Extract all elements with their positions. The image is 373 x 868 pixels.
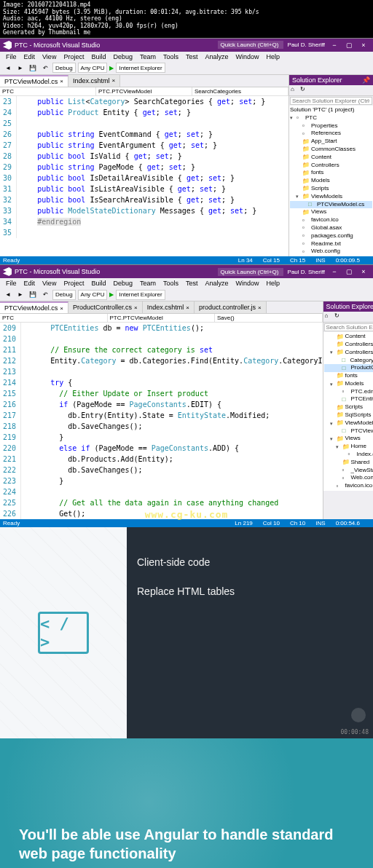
tree-item-fonts[interactable]: 📁fonts [324,372,373,380]
save-icon[interactable]: 💾 [28,290,38,300]
se-search-input[interactable] [324,323,373,331]
menu-view[interactable]: View [39,279,60,288]
tree-item-favicon-ico[interactable]: ▫favicon.ico [324,482,373,490]
se-home-icon[interactable]: ⌂ [291,86,299,95]
minimize-button[interactable]: − [328,268,341,275]
tree-item-scripts[interactable]: 📁Scripts [324,403,373,411]
menu-debug[interactable]: Debug [109,52,136,61]
tree-item-ptcviewmodel-cs[interactable]: □PTCViewModel.cs [324,427,373,435]
fwd-icon[interactable]: ► [15,290,25,300]
platform-combo[interactable]: Any CPU [78,63,108,73]
play-icon[interactable]: ▶ [109,65,114,71]
user-name[interactable]: Paul D. Sheriff [288,42,325,48]
menu-debug[interactable]: Debug [109,279,136,288]
menu-edit[interactable]: Edit [20,52,39,61]
run-target[interactable]: Internet Explorer [116,63,165,73]
tab-ptcviewmodel-cs[interactable]: PTCViewModel.cs× [0,301,68,313]
play-icon[interactable]: ▶ [109,291,114,298]
tree-item-readme-txt[interactable]: ▫Readme.txt [290,240,372,248]
tree-item-controllers-api[interactable]: ▾📁Controllers-Api [324,349,373,357]
config-combo[interactable]: Debug [52,63,76,73]
user-name[interactable]: Paul D. Sheriff [288,269,325,275]
se-search-input[interactable] [290,97,372,105]
menu-help[interactable]: Help [263,52,284,61]
menu-test[interactable]: Test [182,52,202,61]
tree-item-web-config[interactable]: ▫Web.config [324,474,373,482]
tab-close-icon[interactable]: × [258,304,262,311]
tree-item-controllers[interactable]: 📁Controllers [290,162,372,170]
menu-analyze[interactable]: Analyze [202,52,232,61]
tree-item-categorycontroller-cs[interactable]: □CategoryController.cs [324,357,373,365]
tree-item-sqlscripts[interactable]: 📁SqlScripts [324,411,373,419]
tab-close-icon[interactable]: × [112,77,116,84]
tree-item-ptc[interactable]: ▾▫PTC [290,114,372,122]
platform-combo[interactable]: Any CPU [78,290,108,300]
tree-item-favicon-ico[interactable]: ▫favicon.ico [290,216,372,224]
close-button[interactable]: × [357,42,370,49]
tree-item-models[interactable]: 📁Models [290,177,372,185]
menu-build[interactable]: Build [87,279,109,288]
tree-item-views[interactable]: 📁Views [290,208,372,216]
tree-item-commonclasses[interactable]: 📁CommonClasses [290,146,372,154]
tab-product-controller-js[interactable]: product.controller.js× [195,301,267,313]
tree-item-packages-config[interactable]: ▫packages.config [290,232,372,240]
tree-item-ptcviewmodel-cs[interactable]: □PTCViewModel.cs [290,201,372,209]
code-area[interactable]: 2092102112122132142152162172182192202212… [0,323,323,519]
menu-build[interactable]: Build [87,52,109,61]
menu-project[interactable]: Project [60,279,87,288]
nav-project[interactable]: PTC [0,314,108,322]
tree-item-fonts[interactable]: 📁fonts [290,169,372,177]
quick-launch-input[interactable]: Quick Launch (Ctrl+Q) [218,268,283,276]
undo-icon[interactable]: ↶ [40,63,50,73]
undo-icon[interactable]: ↶ [40,290,50,300]
tree-item-home[interactable]: ▾📁Home [324,443,373,451]
tree-item-shared[interactable]: 📁Shared [324,459,373,467]
tab-productcontroller-cs[interactable]: ProductController.cs× [68,301,143,313]
menu-view[interactable]: View [39,52,60,61]
fwd-icon[interactable]: ► [15,63,25,73]
menu-file[interactable]: File [2,52,20,61]
close-button[interactable]: × [357,268,370,275]
solution-tree[interactable]: 📁Content📁Controllers▾📁Controllers-Api□Ca… [323,332,373,491]
save-icon[interactable]: 💾 [28,63,38,73]
back-icon[interactable]: ◄ [3,290,13,300]
nav-member[interactable]: Save() [215,314,323,322]
tab-close-icon[interactable]: × [60,78,63,84]
se-home-icon[interactable]: ⌂ [325,312,334,321]
nav-class[interactable]: PTC.PTCViewModel [108,314,216,322]
minimize-button[interactable]: − [328,42,341,49]
back-icon[interactable]: ◄ [3,63,13,73]
menu-help[interactable]: Help [263,279,284,288]
quick-launch-input[interactable]: Quick Launch (Ctrl+Q) [218,41,283,49]
tree-item-ptc-edmx[interactable]: ▫PTC.edmx [324,388,373,396]
tree-item-web-config[interactable]: ▫Web.config [290,248,372,256]
code-area[interactable]: 23242526272829303132333435 public List<C… [0,96,288,238]
nav-project[interactable]: PTC [0,87,96,95]
menu-test[interactable]: Test [182,279,202,288]
solution-root[interactable]: Solution 'PTC' (1 project) [290,106,372,114]
tree-item-references[interactable]: ▫References [290,130,372,138]
tab-close-icon[interactable]: × [60,305,63,312]
menu-team[interactable]: Team [136,52,160,61]
tree-item-productcontroller-cs[interactable]: □ProductController.cs [324,364,373,372]
tree-item-viewmodels[interactable]: ▾📁ViewModels [290,193,372,201]
se-refresh-icon[interactable]: ↻ [334,312,343,321]
tree-item-_viewstart-cshtml[interactable]: ▫_ViewStart.cshtml [324,467,373,475]
tree-item-global-asax[interactable]: ▫Global.asax [290,224,372,232]
se-pin-icon[interactable]: 📌 [362,76,370,84]
menu-window[interactable]: Window [232,279,263,288]
tree-item-ptcentities-cs[interactable]: □PTCEntities.cs [324,395,373,403]
tree-item-models[interactable]: ▾📁Models [324,380,373,388]
tree-item-content[interactable]: 📁Content [290,154,372,162]
tree-item-index-cshtml[interactable]: ▫Index.cshtml [324,451,373,459]
se-refresh-icon[interactable]: ↻ [300,86,309,95]
menu-tools[interactable]: Tools [160,52,182,61]
menu-project[interactable]: Project [60,52,87,61]
nav-class[interactable]: PTC.PTCViewModel [96,87,192,95]
tab-close-icon[interactable]: × [134,304,138,311]
tab-ptcviewmodel-cs[interactable]: PTCViewModel.cs× [0,75,68,87]
nav-member[interactable]: SearchCategories [192,87,288,95]
config-combo[interactable]: Debug [52,290,76,300]
menu-tools[interactable]: Tools [160,279,182,288]
tab-close-icon[interactable]: × [186,304,189,311]
